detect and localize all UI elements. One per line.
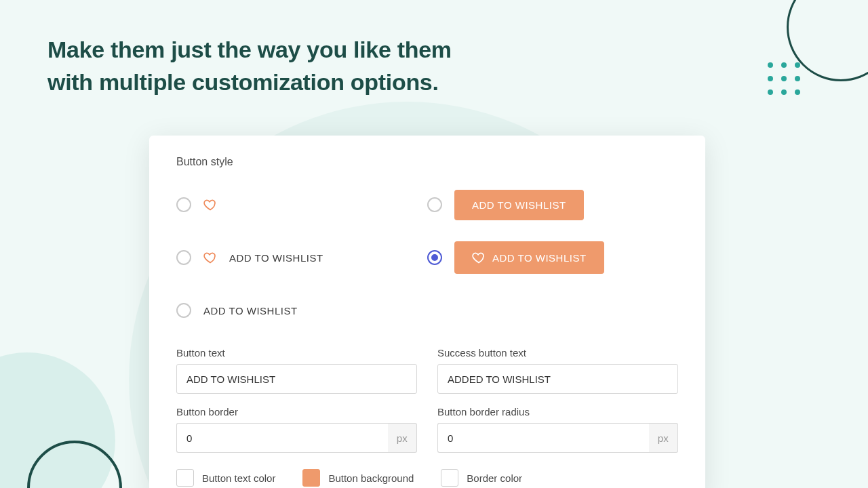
radio-icon[interactable] [427, 250, 442, 265]
heart-icon [203, 198, 217, 211]
style-option-solid-icon-text[interactable]: ADD TO WISHLIST [427, 237, 678, 278]
preview-button: ADD TO WISHLIST [454, 190, 584, 220]
style-option-label: ADD TO WISHLIST [203, 305, 298, 317]
section-title: Button style [176, 156, 678, 168]
headline-line-1: Make them just the way you like them [47, 34, 452, 66]
style-option-label: ADD TO WISHLIST [229, 252, 323, 264]
preview-button-label: ADD TO WISHLIST [492, 252, 587, 264]
preview-button: ADD TO WISHLIST [454, 241, 604, 274]
style-option-solid-text[interactable]: ADD TO WISHLIST [427, 184, 678, 225]
border-radius-input[interactable] [437, 423, 649, 453]
color-pickers-row: Button text color Button background Bord… [176, 469, 678, 487]
button-style-options: ADD TO WISHLIST ADD TO WISHLIST ADD TO W… [176, 184, 678, 343]
button-text-input[interactable] [176, 364, 417, 394]
heart-icon [472, 251, 486, 264]
style-option-text-only[interactable]: ADD TO WISHLIST [176, 290, 427, 331]
style-option-icon-only[interactable] [176, 184, 427, 225]
button-border-input[interactable] [176, 423, 388, 453]
page-headline: Make them just the way you like them wit… [47, 34, 452, 98]
color-swatch[interactable] [441, 469, 458, 487]
radio-icon[interactable] [176, 250, 191, 265]
border-color-label: Border color [467, 472, 522, 484]
text-color-picker[interactable]: Button text color [176, 469, 275, 487]
unit-suffix: px [388, 423, 417, 453]
success-text-label: Success button text [437, 347, 678, 359]
color-swatch[interactable] [302, 469, 320, 487]
color-swatch[interactable] [176, 469, 194, 487]
button-text-label: Button text [176, 347, 417, 359]
success-text-input[interactable] [437, 364, 678, 394]
bg-color-picker[interactable]: Button background [302, 469, 414, 487]
customization-panel: Button style ADD TO WISHLIST ADD TO WISH… [149, 136, 705, 488]
dot-grid-decoration [768, 62, 800, 95]
heart-icon [203, 251, 217, 264]
style-option-icon-text[interactable]: ADD TO WISHLIST [176, 237, 427, 278]
text-color-label: Button text color [202, 472, 275, 484]
radio-icon[interactable] [176, 303, 191, 318]
button-border-label: Button border [176, 406, 417, 418]
radio-icon[interactable] [427, 197, 442, 212]
border-radius-label: Button border radius [437, 406, 678, 418]
bg-color-label: Button background [328, 472, 414, 484]
radio-icon[interactable] [176, 197, 191, 212]
unit-suffix: px [649, 423, 678, 453]
headline-line-2: with multiple customization options. [47, 66, 452, 99]
preview-button-label: ADD TO WISHLIST [472, 199, 566, 211]
border-color-picker[interactable]: Border color [441, 469, 522, 487]
